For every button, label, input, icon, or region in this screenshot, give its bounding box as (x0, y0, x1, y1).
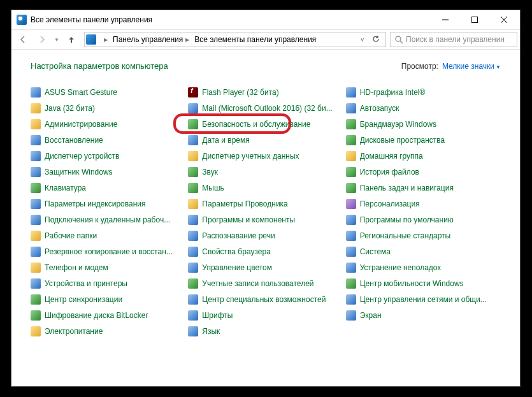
applet-label: Диспетчер учетных данных (202, 152, 299, 161)
applet-icon (188, 183, 198, 193)
control-panel-item[interactable]: Программы по умолчанию (346, 213, 501, 226)
applet-icon (346, 119, 356, 129)
applet-icon (346, 135, 356, 145)
control-panel-item[interactable]: Брандмауэр Windows (346, 118, 501, 131)
control-panel-item[interactable]: Шрифты (188, 309, 343, 322)
control-panel-item[interactable]: Система (346, 245, 501, 258)
control-panel-item[interactable]: Дата и время (188, 134, 343, 147)
close-button[interactable] (489, 11, 519, 29)
breadcrumb[interactable]: ▶ Панель управления▶ Все элементы панели… (84, 32, 386, 47)
applet-icon (31, 151, 41, 161)
breadcrumb-root-chevron[interactable]: ▶ (99, 32, 110, 47)
control-panel-item[interactable]: Звук (188, 166, 343, 178)
applet-label: Подключения к удаленным рабоч... (45, 215, 170, 224)
control-panel-item[interactable]: Управление цветом (188, 261, 343, 274)
applet-icon (346, 215, 356, 225)
control-panel-item[interactable]: Защитник Windows (31, 166, 185, 178)
applet-icon (31, 326, 41, 336)
applet-icon (188, 278, 198, 289)
applet-icon (188, 87, 198, 97)
applet-label: Свойства браузера (202, 247, 271, 256)
applet-icon (31, 87, 41, 97)
view-by-value[interactable]: Мелкие значки▼ (442, 62, 501, 71)
control-panel-item[interactable]: Диспетчер учетных данных (188, 150, 343, 162)
control-panel-item[interactable]: Шифрование диска BitLocker (31, 309, 185, 322)
applet-label: Брандмауэр Windows (360, 120, 436, 129)
applet-label: Рабочие папки (45, 231, 97, 240)
control-panel-item[interactable]: Mail (Microsoft Outlook 2016) (32 би... (188, 102, 343, 115)
control-panel-item[interactable]: Устранение неполадок (346, 261, 501, 274)
applet-label: Java (32 бита) (45, 104, 95, 113)
recent-dropdown-icon[interactable]: ▼ (52, 31, 61, 48)
minimize-button[interactable] (431, 11, 460, 29)
page-heading: Настройка параметров компьютера (31, 61, 401, 71)
breadcrumb-dropdown-icon[interactable]: v (357, 36, 368, 43)
svg-point-4 (396, 36, 401, 41)
applet-icon (188, 310, 198, 321)
control-panel-item[interactable]: Дисковые пространства (346, 134, 501, 147)
applet-label: Центр управления сетями и общи... (360, 295, 487, 304)
control-panel-item[interactable]: ASUS Smart Gesture (31, 86, 185, 99)
applet-label: Восстановление (45, 136, 103, 145)
control-panel-item[interactable]: Клавиатура (31, 182, 185, 194)
control-panel-item[interactable]: Flash Player (32 бита) (188, 86, 343, 99)
control-panel-item[interactable]: Центр управления сетями и общи... (346, 293, 501, 306)
control-panel-item[interactable]: Java (32 бита) (31, 102, 185, 115)
control-panel-item[interactable]: Распознавание речи (188, 229, 343, 242)
control-panel-item[interactable]: Центр синхронизации (31, 293, 185, 306)
applet-icon (31, 183, 41, 193)
applet-label: Центр мобильности Windows (360, 279, 464, 288)
control-panel-item[interactable]: Параметры Проводника (188, 198, 343, 210)
control-panel-item[interactable]: Персонализация (346, 198, 501, 210)
control-panel-item[interactable]: Рабочие папки (31, 229, 185, 242)
control-panel-item[interactable]: Учетные записи пользователей (188, 277, 343, 290)
control-panel-item[interactable]: Мышь (188, 182, 343, 194)
forward-button[interactable] (33, 31, 51, 48)
maximize-button[interactable] (460, 11, 489, 29)
applet-label: Персонализация (360, 199, 420, 208)
control-panel-item[interactable]: Домашняя группа (346, 150, 501, 162)
applet-icon (346, 247, 356, 257)
control-panel-item[interactable]: Экран (346, 309, 501, 322)
control-panel-item[interactable]: Подключения к удаленным рабоч... (31, 213, 185, 226)
control-panel-item[interactable]: Программы и компоненты (188, 213, 343, 226)
applet-icon (31, 278, 41, 289)
control-panel-item[interactable]: Региональные стандарты (346, 229, 501, 242)
control-panel-item[interactable]: Администрирование (31, 118, 185, 131)
control-panel-item[interactable]: Устройства и принтеры (31, 277, 185, 290)
control-panel-item[interactable]: Язык (188, 325, 343, 338)
search-input[interactable]: Поиск в панели управления (390, 32, 517, 47)
control-panel-item[interactable]: Резервное копирование и восстан... (31, 245, 185, 258)
control-panel-item[interactable]: Центр мобильности Windows (346, 277, 501, 290)
applet-label: Защитник Windows (45, 168, 113, 177)
control-panel-item[interactable]: Безопасность и обслуживание (188, 118, 343, 131)
applet-label: История файлов (360, 168, 419, 177)
applet-label: Шифрование диска BitLocker (45, 311, 148, 320)
control-panel-item[interactable]: Свойства браузера (188, 245, 343, 258)
control-panel-item[interactable]: Восстановление (31, 134, 185, 147)
breadcrumb-seg-1[interactable]: Панель управления▶ (110, 32, 192, 47)
control-panel-icon (17, 15, 27, 25)
applet-icon (188, 199, 198, 209)
up-button[interactable] (62, 31, 80, 48)
search-placeholder: Поиск в панели управления (406, 35, 505, 44)
control-panel-item[interactable]: Телефон и модем (31, 261, 185, 274)
control-panel-item[interactable]: История файлов (346, 166, 501, 178)
applet-icon (346, 310, 356, 321)
content-header: Настройка параметров компьютера Просмотр… (31, 61, 501, 71)
back-button[interactable] (14, 31, 32, 48)
refresh-button[interactable] (368, 34, 384, 45)
control-panel-item[interactable]: Диспетчер устройств (31, 150, 185, 162)
applet-icon (31, 294, 41, 305)
control-panel-item[interactable]: Электропитание (31, 325, 185, 338)
control-panel-item[interactable]: Автозапуск (346, 102, 501, 115)
applet-icon (31, 231, 41, 241)
control-panel-item[interactable]: HD-графика Intel® (346, 86, 501, 99)
applet-label: Звук (202, 168, 218, 177)
control-panel-item[interactable]: Параметры индексирования (31, 198, 185, 210)
applet-label: Параметры индексирования (45, 199, 145, 208)
control-panel-item[interactable]: Панель задач и навигация (346, 182, 501, 194)
control-panel-item[interactable]: Центр специальных возможностей (188, 293, 343, 306)
applet-label: Дисковые пространства (360, 136, 445, 145)
breadcrumb-seg-2[interactable]: Все элементы панели управления (192, 32, 319, 47)
